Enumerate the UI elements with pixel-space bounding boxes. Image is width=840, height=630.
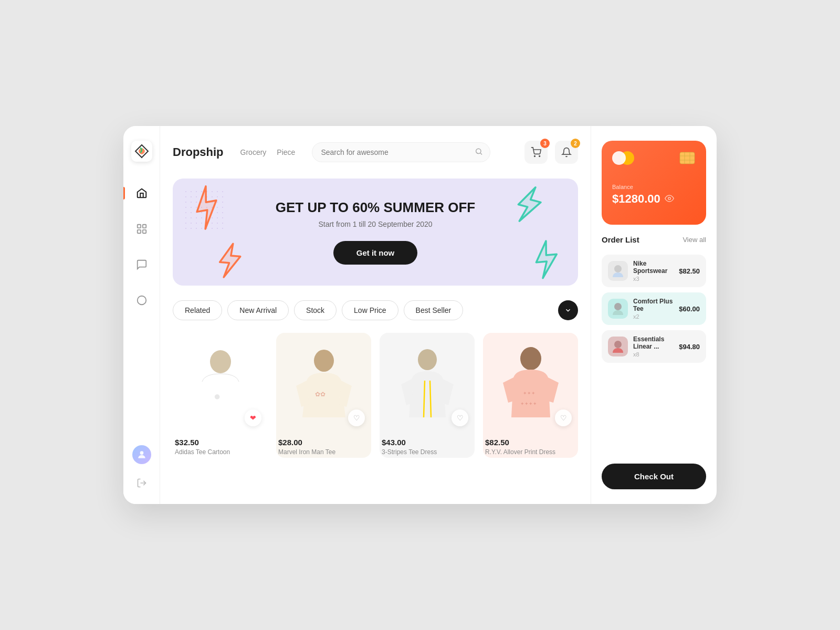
order-item-qty-1: x3 [633, 276, 674, 282]
product-name-4: R.Y.V. Allover Print Dress [485, 448, 576, 456]
svg-point-23 [418, 349, 437, 370]
sidebar [123, 126, 160, 504]
banner-cta-button[interactable]: Get it now [333, 241, 418, 265]
order-item-qty-3: x8 [633, 351, 674, 358]
product-heart-4[interactable]: ♡ [555, 410, 572, 426]
svg-text:●: ● [214, 390, 220, 403]
brand-name: Dropship [173, 145, 224, 159]
sidebar-item-circle[interactable] [131, 290, 152, 311]
filter-tab-best-seller[interactable]: Best Seller [404, 300, 464, 320]
filter-tab-related[interactable]: Related [173, 300, 222, 320]
lightning-top-right-icon [508, 180, 551, 229]
search-bar [312, 142, 490, 162]
svg-line-8 [480, 153, 482, 155]
product-name-1: Adidas Tee Cartoon [175, 448, 266, 456]
order-list-header: Order List View all [602, 235, 706, 244]
checkout-button[interactable]: Check Out [602, 464, 706, 489]
order-item-info-1: Nike Sportswear x3 [633, 260, 674, 282]
product-name-2: Marvel Iron Man Tee [278, 448, 369, 456]
nav-links: Grocery Piece [240, 148, 296, 156]
header: Dropship Grocery Piece [173, 141, 578, 164]
product-heart-2[interactable]: ♡ [348, 410, 365, 426]
svg-point-5 [140, 451, 143, 455]
search-input[interactable] [312, 142, 490, 162]
product-name-3: 3-Stripes Tee Dress [382, 448, 472, 456]
search-icon [475, 148, 483, 158]
svg-rect-2 [137, 230, 140, 233]
order-item-name-2: Comfort Plus Tee [633, 298, 674, 312]
order-item-1[interactable]: Nike Sportswear x3 $82.50 [602, 255, 706, 287]
order-item-name-1: Nike Sportswear [633, 260, 674, 275]
product-price-1: $32.50 [175, 438, 266, 447]
avatar[interactable] [132, 445, 151, 464]
product-image-4: ✦✦✦ ✦✦✦✦ [497, 340, 565, 426]
svg-point-4 [137, 296, 146, 305]
product-card-2[interactable]: ✿✿ ♡ $28.00 Marvel Iron Man Tee [276, 333, 371, 458]
order-list-title: Order List [602, 235, 639, 244]
product-image-1: ● [186, 340, 255, 426]
svg-rect-29 [680, 152, 695, 164]
sidebar-nav [131, 183, 152, 445]
logo[interactable] [131, 141, 152, 162]
svg-rect-1 [142, 225, 145, 228]
svg-point-21 [314, 350, 334, 372]
order-item-name-3: Essentials Linear ... [633, 335, 674, 350]
svg-point-7 [476, 149, 481, 153]
svg-point-9 [534, 156, 536, 157]
filter-more-button[interactable] [558, 300, 578, 320]
products-grid: ● ❤ $32.50 Adidas Tee Cartoon [173, 333, 578, 458]
product-card-3[interactable]: ♡ $43.00 3-Stripes Tee Dress [380, 333, 475, 458]
svg-point-34 [668, 197, 671, 200]
order-item-avatar-3 [608, 337, 628, 356]
sidebar-bottom [131, 445, 152, 494]
nav-link-grocery[interactable]: Grocery [240, 148, 267, 156]
product-image-3 [393, 340, 461, 426]
product-price-4: $82.50 [485, 438, 576, 447]
bell-badge: 2 [571, 139, 580, 148]
credit-card: Balance $1280.00 [602, 141, 706, 225]
filter-tab-stock[interactable]: Stock [294, 300, 337, 320]
svg-point-19 [210, 350, 231, 373]
filter-tab-new-arrival[interactable]: New Arrival [227, 300, 289, 320]
eye-icon[interactable] [665, 195, 674, 204]
filter-tab-low-price[interactable]: Low Price [342, 300, 398, 320]
view-all-button[interactable]: View all [682, 236, 706, 244]
order-item-avatar-2 [608, 299, 628, 319]
nav-link-piece[interactable]: Piece [277, 148, 295, 156]
svg-point-10 [539, 156, 540, 157]
order-item-price-2: $60.00 [679, 305, 700, 313]
product-card-4[interactable]: ✦✦✦ ✦✦✦✦ ♡ $82.50 R.Y.V. Allover Print D… [483, 333, 578, 458]
product-heart-3[interactable]: ♡ [452, 410, 468, 426]
product-price-2: $28.00 [278, 438, 369, 447]
svg-point-37 [614, 341, 622, 348]
order-item-2[interactable]: Comfort Plus Tee x2 $60.00 [602, 292, 706, 325]
order-item-info-2: Comfort Plus Tee x2 [633, 298, 674, 320]
banner: GET UP TO 60% SUMMER OFF Start from 1 ti… [173, 178, 578, 286]
sidebar-item-chat[interactable] [131, 254, 152, 275]
card-balance-label: Balance [612, 184, 696, 190]
svg-text:✿✿: ✿✿ [315, 391, 326, 398]
order-item-info-3: Essentials Linear ... x8 [633, 335, 674, 358]
product-price-3: $43.00 [382, 438, 472, 447]
sidebar-item-grid[interactable] [131, 218, 152, 239]
cart-badge: 3 [540, 139, 550, 148]
lightning-top-left-icon [185, 181, 229, 234]
card-balance: $1280.00 [612, 192, 660, 206]
sidebar-item-home[interactable] [131, 183, 152, 204]
svg-text:✦✦✦: ✦✦✦ [523, 391, 536, 396]
header-actions: 3 2 [524, 141, 578, 164]
svg-point-26 [520, 347, 541, 370]
order-item-avatar-1 [608, 261, 628, 281]
product-heart-1[interactable]: ❤ [245, 410, 261, 426]
order-item-3[interactable]: Essentials Linear ... x8 $94.80 [602, 330, 706, 363]
banner-title: GET UP TO 60% SUMMER OFF [276, 200, 475, 216]
lightning-bottom-left-icon [213, 240, 248, 282]
svg-rect-0 [137, 225, 140, 228]
sidebar-item-logout[interactable] [131, 472, 152, 494]
bell-button[interactable]: 2 [555, 141, 578, 164]
product-card-1[interactable]: ● ❤ $32.50 Adidas Tee Cartoon [173, 333, 268, 458]
order-items: Nike Sportswear x3 $82.50 Comfort Plus T… [602, 255, 706, 363]
cart-button[interactable]: 3 [524, 141, 548, 164]
svg-point-36 [614, 303, 622, 310]
right-panel: Balance $1280.00 Order List View all [591, 126, 717, 504]
